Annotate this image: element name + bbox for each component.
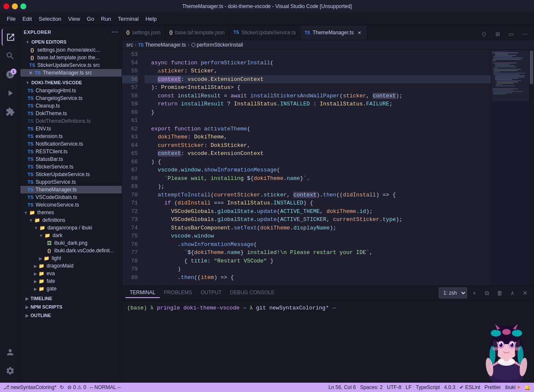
problems-tab[interactable]: PROBLEMS [160, 288, 197, 298]
file-cleanup[interactable]: TS Cleanup.ts [20, 102, 122, 110]
minimize-button[interactable] [12, 3, 18, 9]
notifications-bell[interactable]: 🔔 [524, 384, 531, 390]
sync-button[interactable]: ↻ [60, 384, 64, 390]
file-dokitheme[interactable]: TS DokiTheme.ts [20, 110, 122, 117]
terminal-lambda1: λ [150, 305, 157, 311]
editor-scrollbar[interactable] [529, 50, 534, 285]
file-env[interactable]: TS ENV.ts [20, 125, 122, 133]
tab-close-button[interactable]: ✕ [356, 29, 363, 36]
file-extension[interactable]: TS extension.ts [20, 133, 122, 140]
open-editor-base-laf[interactable]: {} base.laf.template.json the... [20, 54, 122, 61]
prettier-status[interactable]: Prettier [484, 384, 501, 390]
explorer-menu[interactable]: ⋯ [111, 28, 118, 36]
npm-scripts-toggle[interactable]: ▶ NPM SCRIPTS [20, 303, 122, 311]
cursor-position[interactable]: Ln 56, Col 6 [328, 384, 356, 390]
file-ibuki-dark-vscode[interactable]: {} ibuki.dark.vsCode.definit... [20, 247, 122, 254]
code-editor[interactable]: 5354555657 5859606162 6364656667 6869707… [122, 50, 491, 285]
activity-account[interactable] [2, 344, 19, 361]
user-info[interactable]: ibuki ♥ [505, 384, 520, 390]
activity-search[interactable] [2, 47, 19, 64]
activity-source-control[interactable]: 1 [2, 66, 19, 83]
folder-light[interactable]: ▶ 📁 light [20, 254, 122, 262]
menu-run[interactable]: Run [97, 14, 114, 24]
errors-warnings[interactable]: ⊘ 0 ⚠ 0 [67, 384, 86, 390]
ts-icon: TS [27, 111, 34, 116]
folder-gate[interactable]: ▶ 📁 gate [20, 285, 122, 293]
folder-themes[interactable]: ▼ 📁 themes [20, 209, 122, 216]
project-folder-toggle[interactable]: ▼ DOKI-THEME-VSCODE [20, 78, 122, 87]
fate-chevron: ▶ [34, 279, 37, 284]
menu-edit[interactable]: Edit [19, 14, 35, 24]
file-stickerupdate[interactable]: TS StickerUpdateService.ts [20, 171, 122, 178]
outline-toggle[interactable]: ▶ OUTLINE [20, 311, 122, 320]
file-dokithemedefs[interactable]: TS DokiThemeDefinitions.ts [20, 117, 122, 125]
menu-view[interactable]: View [65, 14, 83, 24]
tab-base-laf[interactable]: {} base.laf.template.json [165, 25, 230, 40]
toggle-panel-button[interactable]: ▭ [505, 28, 517, 40]
file-supportservice[interactable]: TS SupportService.ts [20, 178, 122, 186]
open-editor-theme-manager[interactable]: ✕ TS ThemeManager.ts src [20, 69, 122, 77]
menu-terminal[interactable]: Terminal [114, 14, 142, 24]
terminal-base: (base) [127, 305, 150, 311]
encoding[interactable]: UTF-8 [387, 384, 401, 390]
split-editor-button[interactable]: ⟨⟩ [478, 28, 490, 40]
terminal-arrow1: → [243, 305, 246, 311]
split-editor-down-button[interactable]: ⊞ [492, 28, 503, 40]
more-actions-button[interactable]: ⋯ [519, 28, 531, 40]
file-thememanager[interactable]: TS ThemeManager.ts [20, 186, 122, 193]
activity-settings[interactable] [2, 362, 19, 379]
tab-sticker-service[interactable]: TS StickerUpdateService.ts [229, 25, 300, 40]
file-stickerservice[interactable]: TS StickerService.ts [20, 163, 122, 171]
file-changeloghtml[interactable]: TS ChangelogHtml.ts [20, 87, 122, 94]
menu-file[interactable]: File [3, 14, 19, 24]
language-mode[interactable]: TypeScript [416, 384, 440, 390]
output-tab[interactable]: OUTPUT [196, 288, 225, 298]
activity-explorer[interactable] [2, 29, 19, 46]
file-restclient[interactable]: TS RESTClient.ts [20, 148, 122, 155]
file-statusbar[interactable]: TS StatusBar.ts [20, 155, 122, 163]
folder-fate[interactable]: ▶ 📁 fate [20, 277, 122, 285]
indentation[interactable]: Spaces: 2 [360, 384, 383, 390]
folder-eva[interactable]: ▶ 📁 eva [20, 270, 122, 277]
menu-go[interactable]: Go [83, 14, 97, 24]
close-terminal-button[interactable]: ✕ [520, 287, 531, 298]
open-editor-settings-json[interactable]: {} settings.json /home/alex/c... [20, 46, 122, 54]
activity-run[interactable] [2, 85, 19, 102]
open-editors-toggle[interactable]: ▼ OPEN EDITORS [20, 38, 122, 46]
menu-help[interactable]: Help [142, 14, 160, 24]
scrollbar-thumb[interactable] [530, 50, 533, 84]
open-editor-sticker-service[interactable]: TS StickerUpdateService.ts src [20, 61, 122, 69]
timeline-toggle[interactable]: ▶ TIMELINE [20, 294, 122, 303]
close-button[interactable] [3, 3, 9, 9]
activity-bar: 1 [0, 25, 20, 383]
maximize-terminal-button[interactable]: ∧ [507, 287, 518, 298]
folder-danganronpa[interactable]: ▼ 📁 danganronpa / ibuki [20, 224, 122, 232]
file-ibuki-dark-png[interactable]: 🖼 ibuki_dark.png [20, 239, 122, 247]
debug-console-tab[interactable]: DEBUG CONSOLE [226, 288, 279, 298]
terminal-text: (base) λ pringle doki-theme-vscode → λ g… [122, 301, 534, 383]
danganronpa-chevron: ▼ [34, 226, 38, 230]
eslint-status[interactable]: ✔ ESLint [459, 384, 480, 390]
file-vscodeglobals[interactable]: TS VSCodeGlobals.ts [20, 193, 122, 201]
line-ending[interactable]: LF [406, 384, 412, 390]
kill-terminal-button[interactable]: 🗑 [494, 287, 505, 298]
new-terminal-button[interactable]: + [469, 287, 480, 298]
file-changelogservice[interactable]: TS ChangelogService.ts [20, 94, 122, 102]
git-branch[interactable]: ⎇ newSyntaxColoring* [3, 384, 56, 390]
activity-extensions[interactable] [2, 103, 19, 120]
folder-icon: 📁 [29, 210, 36, 215]
editor-area: {} settings.json {} base.laf.template.js… [122, 25, 534, 383]
file-welcomeservice[interactable]: TS WelcomeService.ts [20, 201, 122, 209]
terminal-tab[interactable]: TERMINAL [125, 288, 160, 298]
split-terminal-button[interactable]: ⧉ [481, 287, 492, 298]
folder-dragonmaid[interactable]: ▶ 📁 dragonMaid [20, 262, 122, 270]
maximize-button[interactable] [20, 3, 26, 9]
folder-dark[interactable]: ▼ 📁 dark [20, 232, 122, 239]
terminal-session-select[interactable]: 1: zsh [439, 287, 467, 298]
tab-settings-json[interactable]: {} settings.json [122, 25, 165, 40]
file-notification[interactable]: TS NotificationService.ts [20, 140, 122, 148]
folder-definitions[interactable]: ▼ 📁 definitions [20, 216, 122, 224]
menu-selection[interactable]: Selection [35, 14, 64, 24]
tab-theme-manager[interactable]: TS ThemeManager.ts ✕ [300, 25, 368, 40]
terminal-prompt-line: (base) λ pringle doki-theme-vscode → λ g… [127, 304, 529, 312]
